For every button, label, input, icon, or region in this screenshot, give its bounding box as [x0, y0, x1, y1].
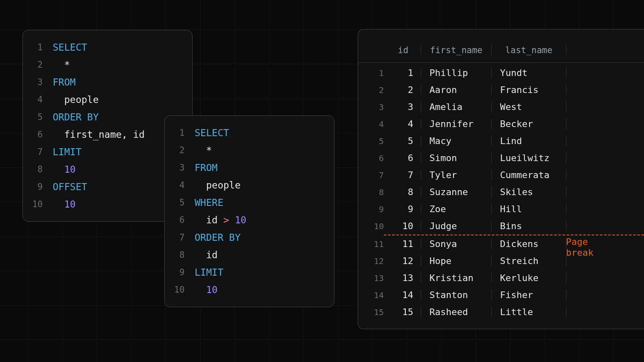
cell-last-name: Kerluke: [492, 273, 566, 283]
table-row: 1212HopeStreich: [358, 252, 644, 269]
row-number: 4: [358, 119, 384, 129]
cell-id: 6: [385, 153, 421, 163]
table-row: 33AmeliaWest: [358, 98, 644, 115]
cell-first-name: Simon: [421, 153, 492, 163]
cell-last-name: Streich: [492, 256, 566, 266]
table-row: 11PhillipYundt: [358, 64, 644, 81]
line-number: 6: [165, 211, 195, 229]
row-number: 10: [358, 221, 384, 231]
line-number: 10: [23, 196, 53, 213]
code-line: 7ORDER BY: [165, 229, 322, 246]
cell-id: 5: [385, 136, 421, 146]
row-number: 6: [358, 153, 384, 163]
cell-last-name: Lueilwitz: [492, 153, 566, 163]
cell-first-name: Zoe: [421, 204, 492, 214]
table-header-row: 0 id first_name last_name: [358, 38, 644, 63]
cell-id: 11: [385, 239, 421, 249]
code-line: 1SELECT: [23, 39, 181, 56]
table-row: 1010JudgeBins: [358, 218, 644, 235]
sql-operator: >: [223, 211, 229, 229]
table-row: 99ZoeHill: [358, 201, 644, 218]
code-line: 1SELECT: [165, 124, 322, 142]
cell-first-name: Suzanne: [421, 187, 492, 197]
cell-id: 15: [385, 307, 421, 317]
sql-text: people: [53, 91, 99, 108]
code-line: 4 people: [165, 176, 322, 194]
cell-first-name: Judge: [421, 221, 492, 231]
line-number: 8: [23, 161, 53, 178]
row-number: 2: [358, 85, 384, 95]
cell-last-name: West: [492, 102, 566, 112]
code-line: 7LIMIT: [23, 143, 181, 161]
cell-id: 4: [385, 119, 421, 129]
sql-keyword: FROM: [195, 159, 217, 176]
col-header-first-name: first_name: [421, 45, 492, 55]
sql-text: first_name, id: [53, 126, 145, 143]
code-line: 10 10: [165, 281, 322, 298]
line-number: 10: [165, 281, 195, 298]
table-row: 44JenniferBecker: [358, 115, 644, 132]
line-number: 4: [23, 91, 53, 108]
col-header-last-name: last_name: [492, 45, 566, 55]
cell-first-name: Phillip: [421, 68, 492, 78]
cell-last-name: Lind: [492, 136, 566, 146]
code-line: 2 *: [165, 142, 322, 159]
code-line: 6 id > 10: [165, 211, 322, 229]
sql-keyword: WHERE: [195, 194, 223, 211]
sql-number: 10: [206, 281, 218, 298]
table-row: 22AaronFrancis: [358, 81, 644, 98]
cell-last-name: Hill: [492, 204, 566, 214]
sql-keyword: ORDER BY: [53, 108, 99, 126]
sql-text: [229, 211, 235, 229]
row-number: 11: [358, 239, 384, 249]
line-number: 9: [23, 178, 53, 196]
sql-keyword: ORDER BY: [195, 229, 241, 246]
cell-first-name: Sonya: [421, 239, 492, 249]
sql-editor-cursor: 1SELECT2 *3FROM4 people5WHERE6 id > 107O…: [164, 115, 334, 307]
cell-last-name: Little: [492, 307, 566, 317]
line-number: 6: [23, 126, 53, 143]
code-line: 5WHERE: [165, 194, 322, 211]
line-number: 2: [23, 56, 53, 73]
sql-keyword: LIMIT: [53, 143, 81, 161]
cell-id: 3: [385, 102, 421, 112]
code-line: 2 *: [23, 56, 181, 73]
line-number: 9: [165, 264, 195, 281]
row-number: 5: [358, 136, 384, 146]
sql-text: [195, 281, 206, 298]
sql-keyword: LIMIT: [195, 264, 223, 281]
cell-last-name: Cummerata: [492, 170, 566, 180]
cell-first-name: Kristian: [421, 273, 492, 283]
sql-keyword: SELECT: [53, 39, 87, 56]
sql-number: 10: [64, 161, 76, 178]
cell-last-name: Dickens: [492, 239, 566, 249]
row-number: 14: [358, 290, 384, 300]
cell-first-name: Aaron: [421, 85, 492, 95]
line-number: 7: [23, 143, 53, 161]
page-break-divider: [384, 235, 644, 235]
col-header-id: id: [385, 45, 421, 55]
code-line: 6 first_name, id: [23, 126, 181, 143]
cell-first-name: Amelia: [421, 102, 492, 112]
row-number: 13: [358, 273, 384, 283]
code-line: 10 10: [23, 196, 181, 213]
table-row: 66SimonLueilwitz: [358, 149, 644, 166]
table-row: 77TylerCummerata: [358, 166, 644, 183]
cell-id: 7: [385, 170, 421, 180]
sql-number: 10: [64, 196, 76, 213]
line-number: 1: [23, 39, 53, 56]
code-line: 4 people: [23, 91, 181, 108]
line-number: 5: [165, 194, 195, 211]
cell-first-name: Stanton: [421, 290, 492, 300]
table-row: 88SuzanneSkiles: [358, 183, 644, 201]
line-number: 8: [165, 246, 195, 264]
sql-text: *: [53, 56, 70, 73]
code-line: 5ORDER BY: [23, 108, 181, 126]
cell-first-name: Rasheed: [421, 307, 492, 317]
page-break-label: Pagebreak: [566, 237, 593, 258]
table-row: 1313KristianKerluke: [358, 269, 644, 286]
cell-id: 12: [385, 256, 421, 266]
sql-text: [53, 161, 64, 178]
row-number: 1: [358, 68, 384, 78]
cell-last-name: Becker: [492, 119, 566, 129]
